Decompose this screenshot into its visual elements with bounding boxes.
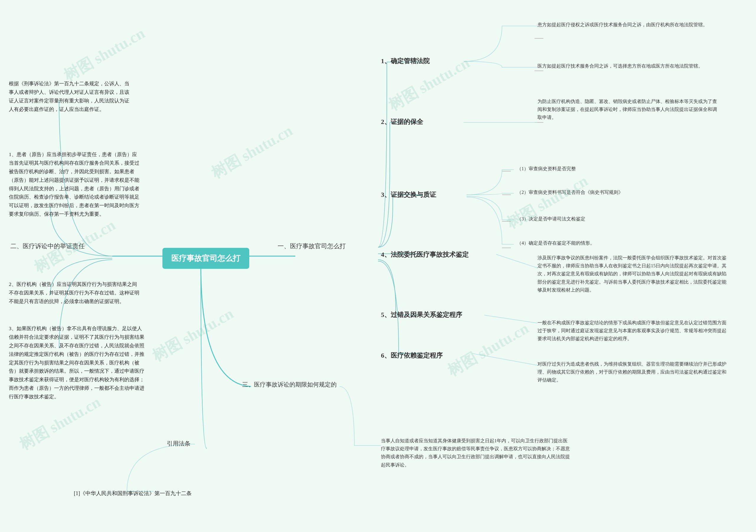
central-label: 医疗事故官司怎么打 bbox=[171, 254, 240, 263]
branch2-label: 二、医疗诉讼中的举证责任 bbox=[10, 242, 85, 250]
sub-branch-r2: 2、证据的保全 bbox=[381, 117, 423, 126]
sub-branch-r4: 4、法院委托医疗事故技术鉴定 bbox=[381, 250, 469, 259]
detail-r6: 对医疗过失行为造成患者伤残，为维持或恢复组织、器官生理功能需要继续治疗并已形成护… bbox=[537, 360, 726, 384]
detail-r4: 涉及医疗事故争议的医患纠纷案件，法院一般委托医学会组织医疗事故技术鉴定。对首次鉴… bbox=[537, 254, 726, 294]
left-block-2: 2、医疗机构（被告）应当证明其医疗行为与损害结果之间不存在因果关系，并证明其医疗… bbox=[9, 280, 142, 306]
sub-branch-r5: 5、过错及因果关系鉴定程序 bbox=[381, 310, 462, 319]
sub-branch-r1: 1、确定管辖法院 bbox=[381, 57, 430, 65]
detail-r3-3: （3）决定是否申请司法文检鉴定 bbox=[517, 215, 585, 223]
sub-branch-r6: 6、医疗依赖鉴定程序 bbox=[381, 351, 443, 360]
left-law-block: 根据《刑事诉讼法》第一百九十二条规定，公诉人、当事人或者辩护人、诉讼代理人对证人… bbox=[9, 80, 133, 114]
detail-branch3: 当事人自知道或者应当知道其身体健康受到损害之日起1年内，可以向卫生行政部门提出医… bbox=[381, 437, 570, 469]
detail-r3-1: （1）审查病史资料是否完整 bbox=[517, 165, 576, 173]
citation-label: 引用法条 bbox=[167, 440, 190, 448]
left-block-3: 3、如果医疗机构（被告）拿不出具有合理说服力、足以使人信赖并符合法定要求的证据，… bbox=[9, 325, 145, 401]
detail-r5: 一般在不构成医疗事故鉴定结论的情形下或虽构成医疗事故但鉴定意见在认定过错范围方面… bbox=[537, 319, 726, 343]
detail-r2: 为防止医疗机构伪造、隐匿、篡改、销毁病史或者防止尸体、检验标本等灭失或为了查阅和… bbox=[537, 97, 720, 121]
sub-branch-r3: 3、证据交换与质证 bbox=[381, 190, 436, 199]
detail-r3-2: （2）审查病史资料书写是否符合《病史书写规则》 bbox=[517, 188, 623, 196]
central-node: 医疗事故官司怎么打 bbox=[162, 248, 249, 269]
left-block-1: 1、患者（原告）应当承担初步举证责任，患者（原告）应当首先证明其与医疗机构间存在… bbox=[9, 150, 142, 219]
detail-r1-bottom: 医方如提起医疗技术服务合同之诉，可选择患方所在地或医方所在地法院管辖。 bbox=[537, 62, 703, 70]
detail-r3-4: （4）确定是否存在鉴定不能的情形。 bbox=[517, 239, 595, 247]
branch3-label: 三、医疗事故诉讼的期限如何规定的 bbox=[242, 381, 337, 389]
branch1-label: 一、医疗事故官司怎么打 bbox=[278, 242, 346, 250]
detail-r1-top: 患方如提起医疗侵权之诉或医疗技术服务合同之诉，由医疗机构所在地法院管辖。 bbox=[537, 21, 708, 29]
citation-detail: [1]《中华人民共和国刑事诉讼法》第一百九十二条 bbox=[74, 490, 192, 497]
